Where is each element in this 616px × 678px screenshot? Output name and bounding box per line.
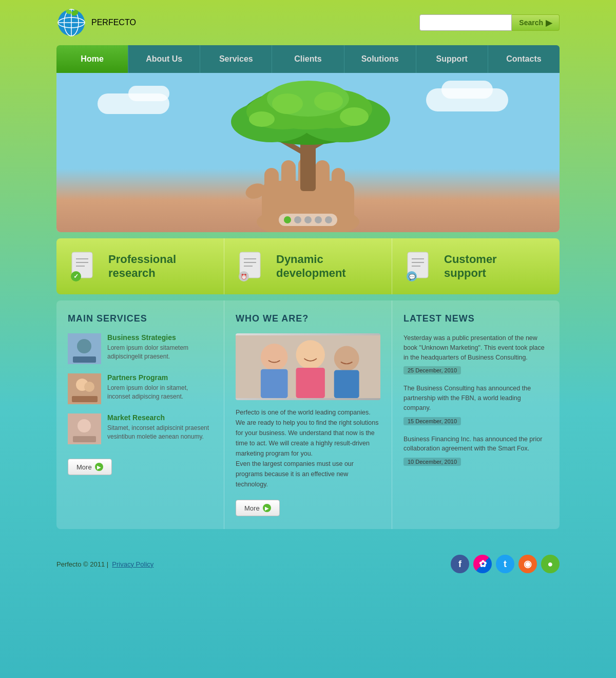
svg-rect-10 bbox=[281, 160, 296, 194]
svg-rect-63 bbox=[296, 368, 325, 398]
service-info-market: Market Research Sitamet, inconset adipis… bbox=[107, 413, 213, 441]
svg-point-27 bbox=[272, 93, 303, 114]
service-info-business: Business Strategies Lorem ipsum dolor si… bbox=[107, 333, 213, 361]
rss-icon[interactable]: ◉ bbox=[518, 555, 537, 573]
footer: Perfecto © 2011 | Privacy Policy f ✿ t ◉… bbox=[0, 544, 616, 583]
svg-point-29 bbox=[249, 111, 275, 127]
search-button[interactable]: Search ▶ bbox=[512, 14, 560, 31]
green-social-icon[interactable]: ● bbox=[541, 555, 560, 573]
svg-text:⏰: ⏰ bbox=[241, 273, 247, 280]
footer-copyright: Perfecto © 2011 | Privacy Policy bbox=[56, 560, 153, 568]
svg-rect-58 bbox=[73, 436, 96, 442]
who-title: WHO WE ARE? bbox=[236, 313, 380, 324]
tree-hand-illustration bbox=[128, 78, 488, 232]
who-more-arrow-icon: ▶ bbox=[263, 504, 271, 512]
news-item-1: Yesterday was a public presentation of t… bbox=[403, 333, 548, 374]
news-text-3: Business Financing Inc. has announced th… bbox=[403, 435, 548, 454]
svg-point-50 bbox=[77, 339, 91, 353]
feature-professional: ✓ Professionalresearch bbox=[56, 238, 224, 294]
who-we-are-image bbox=[236, 333, 380, 400]
svg-rect-13 bbox=[332, 168, 345, 196]
copyright-text: Perfecto © 2011 | bbox=[56, 560, 108, 568]
slide-dot-4[interactable] bbox=[315, 216, 322, 223]
nav-item-home[interactable]: Home bbox=[56, 45, 128, 73]
svg-rect-51 bbox=[73, 356, 96, 363]
nav-item-services[interactable]: Services bbox=[200, 45, 272, 73]
partners-program-thumb bbox=[68, 373, 101, 404]
partners-program-desc: Lorem ipsum dolor in sitamet, inconset a… bbox=[107, 384, 213, 401]
who-we-are-column: WHO WE ARE? Perfecto is one of the worl bbox=[224, 300, 392, 529]
customer-support-icon: 💬 bbox=[402, 250, 436, 283]
svg-text:💬: 💬 bbox=[409, 273, 416, 280]
search-label: Search bbox=[519, 18, 543, 27]
main-content: MAIN SERVICES Business Strategies Lorem … bbox=[56, 300, 560, 529]
nav-item-support[interactable]: Support bbox=[416, 45, 488, 73]
nav-item-solutions[interactable]: Solutions bbox=[344, 45, 416, 73]
who-more-label: More bbox=[244, 504, 260, 512]
svg-point-54 bbox=[84, 382, 94, 392]
news-date-2: 15 December, 2010 bbox=[403, 417, 461, 425]
hero-banner bbox=[56, 73, 560, 232]
hero-image bbox=[56, 73, 560, 232]
dynamic-development-icon: ⏰ bbox=[235, 250, 268, 283]
svg-rect-61 bbox=[261, 369, 288, 398]
slide-dot-3[interactable] bbox=[304, 216, 312, 223]
svg-text:✓: ✓ bbox=[73, 273, 79, 280]
feature-customer-title: Customersupport bbox=[444, 253, 497, 280]
privacy-policy-link[interactable]: Privacy Policy bbox=[112, 560, 153, 568]
service-info-partners: Partners Program Lorem ipsum dolor in si… bbox=[107, 373, 213, 401]
service-item-business: Business Strategies Lorem ipsum dolor si… bbox=[68, 333, 213, 364]
feature-professional-title: Professionalresearch bbox=[108, 253, 176, 280]
feature-dynamic-title: Dynamicdevelopment bbox=[276, 253, 346, 280]
news-date-1: 25 December, 2010 bbox=[403, 366, 461, 374]
who-text: Perfecto is one of the world leading com… bbox=[236, 407, 380, 489]
facebook-icon[interactable]: f bbox=[451, 555, 469, 573]
business-strategies-title: Business Strategies bbox=[107, 333, 213, 342]
svg-rect-9 bbox=[264, 168, 279, 196]
logo-area: PERFECTO bbox=[56, 8, 136, 37]
svg-point-62 bbox=[296, 340, 325, 369]
business-strategies-desc: Lorem ipsum dolor sitametem adipiscingel… bbox=[107, 344, 213, 361]
search-arrow-icon: ▶ bbox=[546, 18, 552, 28]
feature-customer: 💬 Customersupport bbox=[392, 238, 560, 294]
nav-item-clients[interactable]: Clients bbox=[272, 45, 344, 73]
latest-news-column: LATEST NEWS Yesterday was a public prese… bbox=[392, 300, 560, 529]
news-title: LATEST NEWS bbox=[403, 313, 548, 324]
market-research-thumb bbox=[68, 413, 101, 444]
search-area: Search ▶ bbox=[419, 14, 560, 31]
flickr-icon[interactable]: ✿ bbox=[473, 555, 492, 573]
professional-research-icon: ✓ bbox=[67, 250, 100, 283]
twitter-icon[interactable]: t bbox=[496, 555, 514, 573]
services-column: MAIN SERVICES Business Strategies Lorem … bbox=[56, 300, 224, 529]
market-research-desc: Sitamet, inconset adipiscinit praesent v… bbox=[107, 424, 213, 441]
svg-rect-12 bbox=[315, 160, 330, 194]
services-more-label: More bbox=[76, 463, 92, 471]
news-text-2: The Business Consulting has announced th… bbox=[403, 384, 548, 412]
news-date-3: 10 December, 2010 bbox=[403, 458, 461, 466]
svg-point-30 bbox=[340, 107, 369, 126]
services-title: MAIN SERVICES bbox=[68, 313, 213, 324]
nav-item-about[interactable]: About Us bbox=[128, 45, 200, 73]
logo-text: PERFECTO bbox=[91, 18, 136, 27]
services-more-button[interactable]: More ▶ bbox=[68, 459, 112, 475]
services-more-arrow-icon: ▶ bbox=[95, 463, 103, 471]
slide-dot-5[interactable] bbox=[325, 216, 332, 223]
social-icons: f ✿ t ◉ ● bbox=[451, 555, 560, 573]
slide-dot-2[interactable] bbox=[294, 216, 301, 223]
nav: Home About Us Services Clients Solutions… bbox=[56, 45, 560, 73]
header: PERFECTO Search ▶ bbox=[0, 0, 616, 45]
feature-dynamic: ⏰ Dynamicdevelopment bbox=[224, 238, 392, 294]
svg-point-57 bbox=[78, 419, 91, 432]
news-item-3: Business Financing Inc. has announced th… bbox=[403, 435, 548, 466]
svg-rect-55 bbox=[72, 396, 98, 402]
slide-dot-1[interactable] bbox=[284, 216, 291, 223]
features-section: ✓ Professionalresearch ⏰ Dynamicdevelopm… bbox=[56, 238, 560, 294]
svg-point-28 bbox=[314, 92, 343, 110]
svg-rect-65 bbox=[334, 370, 359, 399]
search-input[interactable] bbox=[419, 14, 512, 31]
nav-item-contacts[interactable]: Contacts bbox=[488, 45, 560, 73]
who-more-button[interactable]: More ▶ bbox=[236, 500, 280, 516]
service-item-partners: Partners Program Lorem ipsum dolor in si… bbox=[68, 373, 213, 404]
svg-point-60 bbox=[261, 344, 288, 371]
business-strategies-thumb bbox=[68, 333, 101, 364]
